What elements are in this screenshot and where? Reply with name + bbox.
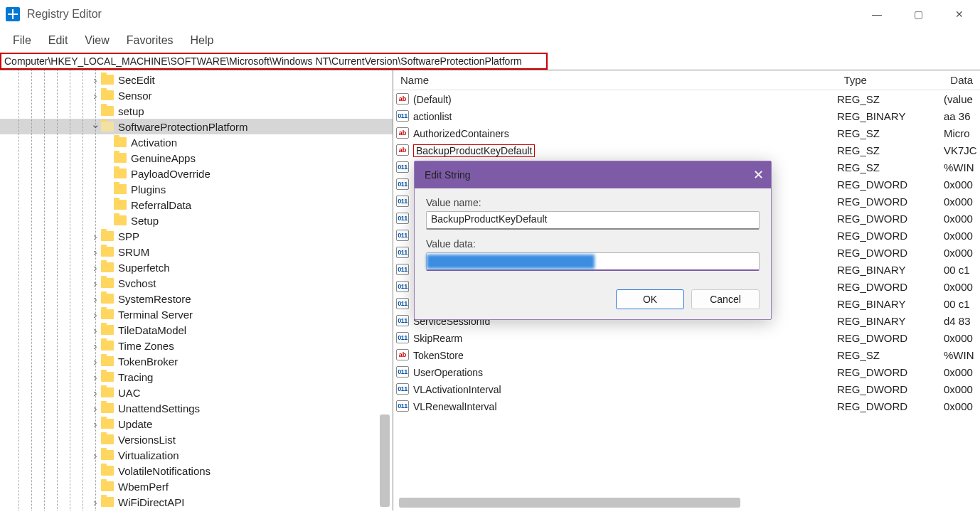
dword-icon [396, 247, 409, 258]
menu-file[interactable]: File [6, 31, 38, 50]
expand-icon[interactable] [90, 402, 101, 414]
value-row[interactable]: VLActivationIntervalREG_DWORD0x000 [393, 380, 980, 397]
tree-item[interactable]: Virtualization [0, 447, 393, 463]
expand-icon[interactable] [90, 277, 101, 289]
dialog-close-icon[interactable]: ✕ [753, 167, 764, 183]
tree-item-label: Superfetch [118, 262, 170, 274]
menu-edit[interactable]: Edit [41, 31, 75, 50]
tree-item[interactable]: SPP [0, 228, 393, 244]
tree-item[interactable]: Superfetch [0, 260, 393, 275]
value-data: 0x000 [944, 332, 973, 344]
expand-icon[interactable] [90, 309, 101, 321]
expand-icon[interactable] [90, 246, 101, 258]
dialog-titlebar[interactable]: Edit String ✕ [415, 161, 771, 188]
binary-icon [396, 161, 409, 173]
cancel-button[interactable]: Cancel [691, 289, 760, 309]
tree-item[interactable]: SoftwareProtectionPlatform [0, 119, 393, 134]
menu-help[interactable]: Help [183, 31, 221, 50]
menu-view[interactable]: View [78, 31, 116, 50]
tree-item[interactable]: UnattendSettings [0, 400, 393, 416]
tree-vscroll[interactable] [380, 70, 391, 510]
value-row[interactable]: UserOperationsREG_DWORD0x000 [393, 363, 980, 380]
dword-icon [396, 281, 409, 292]
col-name[interactable]: Name [393, 74, 836, 86]
tree-item[interactable]: SRUM [0, 244, 393, 260]
minimize-button[interactable]: — [856, 0, 898, 28]
tree-item-label: Plugins [131, 183, 166, 196]
value-data: %WIN [944, 349, 974, 361]
value-row[interactable]: VLRenewalIntervalREG_DWORD0x000 [393, 397, 980, 414]
expand-icon[interactable] [90, 120, 101, 133]
expand-icon[interactable] [90, 496, 101, 508]
expand-icon[interactable] [90, 230, 101, 242]
tree-item[interactable]: UAC [0, 385, 393, 400]
expand-icon[interactable] [90, 74, 101, 86]
tree-item[interactable]: GenuineApps [0, 150, 393, 166]
expand-icon[interactable] [90, 449, 101, 461]
value-row[interactable]: (Default)REG_SZ(value [393, 90, 980, 107]
close-button[interactable]: ✕ [939, 0, 980, 28]
expand-icon[interactable] [90, 387, 101, 399]
tree-item[interactable]: Tracing [0, 369, 393, 385]
tree-item[interactable]: setup [0, 103, 393, 119]
folder-icon [101, 106, 114, 116]
dword-icon [396, 383, 409, 395]
folder-icon [101, 403, 114, 413]
expand-icon[interactable] [90, 324, 101, 336]
tree-item[interactable]: Sensor [0, 87, 393, 103]
tree-item[interactable]: Terminal Server [0, 306, 393, 322]
ok-button[interactable]: OK [616, 289, 684, 309]
col-data[interactable]: Data [943, 74, 980, 86]
value-data: 0x000 [944, 213, 973, 225]
tree-item[interactable]: Time Zones [0, 338, 393, 353]
value-row[interactable]: TokenStoreREG_SZ%WIN [393, 346, 980, 363]
folder-icon [101, 387, 114, 397]
tree-item[interactable]: VolatileNotifications [0, 463, 393, 478]
value-data: 0x000 [944, 196, 973, 208]
expand-icon[interactable] [90, 371, 101, 383]
tree-item[interactable]: Svchost [0, 275, 393, 291]
value-type: REG_DWORD [837, 400, 944, 412]
expand-icon[interactable] [90, 262, 101, 274]
redacted-selection [427, 255, 595, 269]
value-row[interactable]: AuthorizedContainersREG_SZMicro [393, 124, 980, 141]
tree-item-label: UAC [118, 387, 141, 399]
folder-icon [101, 247, 114, 257]
string-icon [396, 93, 409, 105]
address-bar[interactable]: Computer\HKEY_LOCAL_MACHINE\SOFTWARE\Mic… [0, 53, 548, 70]
tree-item[interactable]: Activation [0, 134, 393, 150]
menu-favorites[interactable]: Favorites [119, 31, 181, 50]
tree-item[interactable]: PayloadOverride [0, 166, 393, 181]
tree-item[interactable]: WbemPerf [0, 478, 393, 494]
maximize-button[interactable]: ▢ [898, 0, 939, 28]
tree-item-label: VolatileNotifications [118, 465, 211, 477]
values-hscroll[interactable] [399, 498, 974, 508]
expand-icon[interactable] [90, 418, 101, 430]
value-type: REG_DWORD [837, 281, 944, 293]
expand-icon[interactable] [90, 293, 101, 305]
tree-item[interactable]: Setup [0, 213, 393, 228]
value-row[interactable]: BackupProductKeyDefaultREG_SZVK7JC [393, 141, 980, 159]
expand-icon[interactable] [90, 340, 101, 352]
value-data: 0x000 [944, 383, 973, 395]
value-name: BackupProductKeyDefault [413, 144, 837, 156]
folder-icon [114, 153, 127, 163]
tree-item[interactable]: WiFiDirectAPI [0, 494, 393, 510]
tree-item[interactable]: TokenBroker [0, 353, 393, 369]
tree-item[interactable]: SecEdit [0, 72, 393, 87]
tree-item[interactable]: SystemRestore [0, 291, 393, 306]
tree-item[interactable]: Update [0, 416, 393, 432]
tree-item[interactable]: Plugins [0, 181, 393, 197]
tree-item[interactable]: VersionsList [0, 432, 393, 447]
expand-icon[interactable] [90, 90, 101, 102]
value-data: 0x000 [944, 230, 973, 242]
value-data-input[interactable] [426, 252, 760, 271]
col-type[interactable]: Type [836, 74, 943, 86]
expand-icon[interactable] [90, 355, 101, 368]
value-name-input[interactable]: BackupProductKeyDefault [426, 211, 760, 230]
tree-item[interactable]: TileDataModel [0, 322, 393, 338]
value-row[interactable]: SkipRearmREG_DWORD0x000 [393, 329, 980, 346]
folder-icon [101, 231, 114, 241]
tree-item[interactable]: ReferralData [0, 197, 393, 213]
value-row[interactable]: actionlistREG_BINARYaa 36 [393, 107, 980, 124]
